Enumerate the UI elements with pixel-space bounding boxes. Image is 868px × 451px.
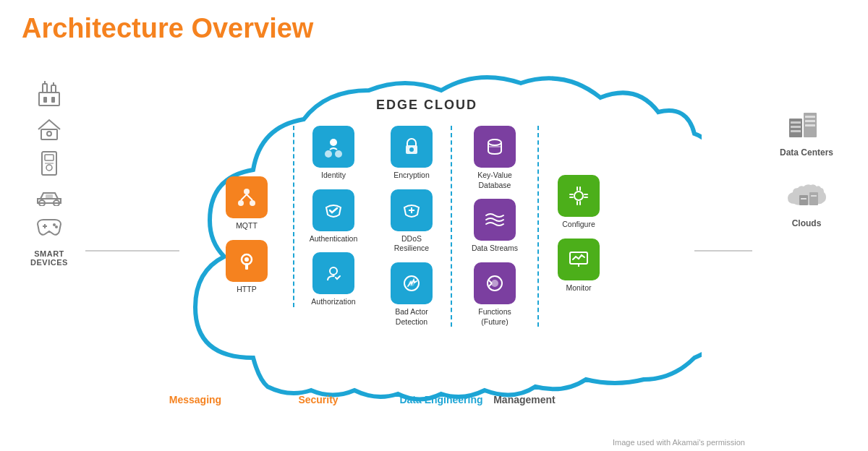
security-label: Security [298,394,338,405]
identity-icon-tile [312,126,354,168]
svg-line-43 [489,280,492,283]
authentication-label: Authentication [310,234,358,244]
svg-rect-51 [791,121,801,124]
smart-devices-column: SMART DEVICES [13,80,85,267]
functions-label: Functions (Future) [469,307,520,327]
diagram-container: SMART DEVICES EDGE CLOUD [0,51,868,451]
ddos-label: DDoS Resilience [386,234,437,254]
authorization-box: Authorization [311,252,355,307]
factory-icon [33,80,65,111]
cloud-shape: EDGE CLOUD [152,54,702,423]
configure-label: Configure [562,220,595,230]
encryption-box: Encryption [391,126,433,181]
authorization-label: Authorization [311,297,355,307]
gamepad-icon [33,215,65,241]
mqtt-box: MQTT [226,176,268,231]
svg-rect-10 [45,155,54,160]
svg-rect-26 [245,263,248,270]
smart-devices-label: SMART DEVICES [30,249,68,267]
svg-point-18 [53,223,56,226]
page-title: Architecture Overview [0,0,868,44]
edge-cloud-label: EDGE CLOUD [195,98,658,113]
svg-rect-1 [43,84,47,93]
home-icon [35,116,63,145]
svg-point-28 [330,139,337,146]
data-streams-box: Data Streams [472,199,518,254]
clouds-icon [783,179,830,214]
svg-point-38 [409,280,414,286]
svg-line-24 [247,194,252,200]
svg-point-45 [574,192,583,200]
svg-rect-0 [39,93,59,106]
appliance-icon [38,150,60,180]
svg-point-30 [335,150,342,158]
svg-point-39 [488,139,501,145]
authentication-icon-tile [312,189,354,231]
svg-point-21 [238,200,244,206]
svg-point-29 [325,150,332,158]
monitor-label: Monitor [566,283,591,293]
mqtt-icon-tile [226,176,268,218]
identity-box: Identity [312,126,354,181]
svg-rect-5 [43,97,47,103]
clouds-item: Clouds [752,179,861,228]
bad-actor-label: Bad Actor Detection [386,307,437,327]
svg-rect-2 [51,85,56,93]
svg-line-23 [241,194,247,200]
svg-rect-53 [791,130,801,132]
monitor-box: Monitor [558,239,600,293]
svg-point-42 [491,280,498,287]
http-box: HTTP [226,240,268,295]
svg-rect-59 [801,198,807,199]
data-streams-icon-tile [474,199,516,241]
svg-rect-58 [809,192,818,205]
encryption-icon-tile [391,126,433,168]
svg-rect-57 [799,195,808,205]
authentication-box: Authentication [310,189,358,244]
authorization-icon-tile [312,252,354,294]
svg-line-44 [489,283,492,286]
functions-box: Functions (Future) [469,262,520,327]
ddos-icon-tile [391,189,433,231]
configure-box: Configure [558,175,600,230]
svg-point-34 [409,147,414,152]
right-side-items: Data Centers Clouds [752,108,861,228]
kv-database-icon-tile [474,126,516,168]
svg-point-22 [250,200,255,206]
bad-actor-box: Bad Actor Detection [386,262,437,327]
kv-database-label: Key-Value Database [469,171,520,190]
svg-rect-54 [805,116,815,118]
svg-point-19 [55,226,58,228]
data-centers-icon [785,108,828,143]
bad-actor-icon-tile [391,262,433,304]
svg-point-11 [46,165,52,171]
svg-point-31 [330,267,337,275]
ddos-box: DDoS Resilience [386,189,437,254]
data-centers-item: Data Centers [752,108,861,158]
car-icon [33,186,65,210]
svg-point-20 [244,189,250,194]
http-icon-tile [226,240,268,282]
svg-rect-60 [811,195,817,197]
identity-label: Identity [321,171,346,181]
management-label: Management [493,394,556,405]
svg-rect-15 [46,194,53,198]
data-streams-label: Data Streams [472,244,518,254]
svg-point-27 [244,257,249,262]
cloud-content: EDGE CLOUD [195,98,658,379]
svg-rect-6 [51,97,55,103]
configure-icon-tile [558,175,600,217]
data-engineering-label: Data Engineering [399,394,482,405]
encryption-label: Encryption [393,171,430,181]
svg-point-8 [47,132,51,136]
kv-database-box: Key-Value Database [469,126,520,190]
data-centers-label: Data Centers [780,147,833,158]
svg-rect-52 [791,126,801,128]
functions-icon-tile [474,262,516,304]
clouds-label: Clouds [792,218,822,228]
messaging-label: Messaging [169,394,221,405]
monitor-icon-tile [558,239,600,280]
right-connector-line [694,250,752,252]
http-label: HTTP [237,285,256,295]
permission-text: Image used with Akamai's permission [613,438,745,447]
